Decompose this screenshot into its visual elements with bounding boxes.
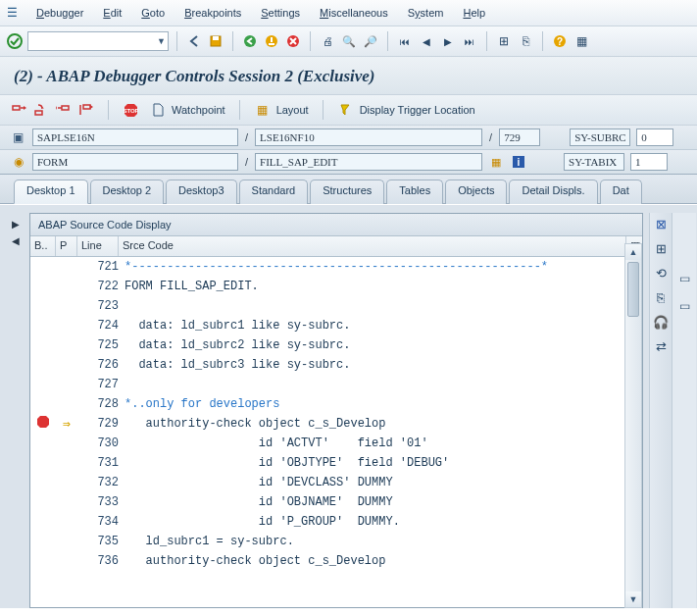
tool-3-icon[interactable]: ⎘	[657, 290, 665, 305]
step-out-icon[interactable]	[55, 102, 72, 119]
routine-field[interactable]	[255, 153, 482, 171]
tab-detail[interactable]: Detail Displs.	[509, 180, 597, 204]
col-breakpoint[interactable]: B..	[30, 236, 56, 256]
line-field[interactable]	[499, 128, 540, 146]
nav-icon-1[interactable]: ▦	[488, 154, 504, 171]
tab-standard[interactable]: Standard	[239, 180, 309, 204]
code-line[interactable]: 722FORM FILL_SAP_EDIT.	[30, 277, 642, 296]
breakpoint-icon[interactable]	[30, 415, 56, 433]
find-icon[interactable]: 🔍	[340, 32, 358, 50]
collapse-left-icon[interactable]: ◀	[12, 235, 20, 246]
menu-settings[interactable]: Settings	[258, 5, 303, 21]
code-line[interactable]: 727	[30, 375, 642, 394]
print-icon[interactable]: 🖨	[319, 32, 336, 50]
panel-icon-2[interactable]: ▭	[679, 299, 690, 313]
info-icon[interactable]: i	[510, 154, 526, 171]
menu-edit[interactable]: Edit	[100, 5, 124, 21]
code-line[interactable]: 731 id 'OBJTYPE' field 'DEBUG'	[30, 453, 642, 473]
code-line[interactable]: 734 id 'P_GROUP' DUMMY.	[30, 512, 642, 532]
scroll-up-icon[interactable]: ▲	[625, 244, 641, 260]
local-layout-icon[interactable]: ▦	[573, 32, 590, 50]
layout-button[interactable]: ▦ Layout	[254, 102, 309, 119]
exit-icon[interactable]	[263, 32, 280, 50]
svg-marker-12	[37, 416, 49, 428]
watchpoint-button[interactable]: Watchpoint	[149, 102, 225, 119]
code-line[interactable]: 725 data: ld_subrc2 like sy-subrc.	[30, 335, 642, 355]
prev-page-icon[interactable]: ◀	[418, 32, 435, 50]
vertical-scrollbar[interactable]: ▲ ▼	[624, 243, 642, 608]
sy-tabix-value[interactable]	[630, 153, 668, 171]
find-next-icon[interactable]: 🔎	[362, 32, 379, 50]
tool-5-icon[interactable]: ⇄	[656, 339, 667, 354]
step-into-icon[interactable]	[10, 102, 26, 119]
code-line[interactable]: 730 id 'ACTVT' field '01'	[30, 434, 642, 453]
next-page-icon[interactable]: ▶	[439, 32, 457, 50]
doc-icon[interactable]: ▣	[10, 129, 26, 146]
program-field[interactable]	[32, 128, 238, 146]
code-line[interactable]: 724 data: ld_subrc1 like sy-subrc.	[30, 316, 642, 335]
code-line[interactable]: 735 ld_subrc1 = sy-subrc.	[30, 532, 642, 551]
tool-1-icon[interactable]: ⊞	[656, 241, 667, 256]
col-pointer[interactable]: P	[56, 236, 77, 256]
menu-help[interactable]: Help	[460, 5, 488, 21]
cancel-icon[interactable]	[284, 32, 302, 50]
menu-debugger[interactable]: Debugger	[33, 5, 86, 21]
last-page-icon[interactable]: ⏭	[461, 32, 478, 50]
shortcut-icon[interactable]: ⎘	[517, 32, 534, 50]
tab-desktop2[interactable]: Desktop 2	[90, 180, 165, 204]
app-icon: ☰	[4, 5, 20, 21]
source-text: id 'OBJNAME' DUMMY	[124, 495, 642, 509]
event-type-field[interactable]	[32, 153, 238, 171]
tab-tables[interactable]: Tables	[386, 180, 443, 204]
source-text: data: ld_subrc1 like sy-subrc.	[124, 319, 642, 333]
new-session-icon[interactable]: ⊞	[495, 32, 513, 50]
tool-4-icon[interactable]: 🎧	[653, 315, 669, 330]
source-text: *---------------------------------------…	[124, 260, 642, 274]
code-line[interactable]: ⇒729 authority-check object c_s_Develop	[30, 414, 642, 434]
tab-objects[interactable]: Objects	[445, 180, 507, 204]
back-icon[interactable]	[185, 32, 203, 50]
line-number: 726	[77, 358, 124, 372]
source-text: data: ld_subrc2 like sy-subrc.	[124, 338, 642, 352]
menu-breakpoints[interactable]: Breakpoints	[181, 5, 244, 21]
menu-system[interactable]: System	[405, 5, 447, 21]
trigger-location-button[interactable]: Display Trigger Location	[337, 102, 475, 119]
help-icon[interactable]: ?	[551, 32, 569, 50]
code-body[interactable]: 721*------------------------------------…	[30, 257, 642, 607]
step-over-icon[interactable]	[32, 102, 49, 119]
tab-data[interactable]: Dat	[600, 180, 642, 204]
line-number: 731	[77, 456, 124, 470]
continue-icon[interactable]	[77, 102, 94, 119]
expand-right-icon[interactable]: ▶	[12, 219, 20, 230]
code-line[interactable]: 721*------------------------------------…	[30, 257, 642, 277]
menu-misc[interactable]: Miscellaneous	[317, 5, 391, 21]
line-number: 730	[77, 436, 124, 450]
sy-subrc-value[interactable]	[636, 128, 673, 146]
scroll-thumb[interactable]	[627, 262, 639, 317]
command-field[interactable]: ▼	[27, 31, 169, 51]
col-line[interactable]: Line	[77, 236, 119, 256]
col-source[interactable]: Srce Code	[119, 236, 626, 256]
code-line[interactable]: 728*..only for developers	[30, 394, 642, 414]
tab-structures[interactable]: Structures	[310, 180, 384, 204]
source-text: id 'ACTVT' field '01'	[124, 436, 642, 450]
event-icon[interactable]: ◉	[10, 154, 26, 171]
code-line[interactable]: 736 authority-check object c_s_Develop	[30, 551, 642, 571]
tool-2-icon[interactable]: ⟲	[656, 266, 667, 281]
stop-icon[interactable]: STOP	[123, 102, 139, 119]
panel-icon-1[interactable]: ▭	[679, 272, 690, 285]
menu-goto[interactable]: Goto	[138, 5, 168, 21]
save-icon[interactable]	[207, 32, 224, 50]
tab-desktop3[interactable]: Desktop3	[166, 180, 236, 204]
code-line[interactable]: 723	[30, 296, 642, 316]
tab-desktop1[interactable]: Desktop 1	[14, 180, 88, 204]
close-tool-icon[interactable]: ⊠	[656, 217, 667, 231]
code-line[interactable]: 726 data: ld_subrc3 like sy-subrc.	[30, 355, 642, 375]
code-line[interactable]: 733 id 'OBJNAME' DUMMY	[30, 492, 642, 512]
first-page-icon[interactable]: ⏮	[396, 32, 414, 50]
code-line[interactable]: 732 id 'DEVCLASS' DUMMY	[30, 473, 642, 492]
enter-icon[interactable]	[6, 32, 24, 50]
scroll-down-icon[interactable]: ▼	[625, 591, 641, 607]
include-field[interactable]	[255, 128, 482, 146]
nav-back-icon[interactable]	[241, 32, 259, 50]
